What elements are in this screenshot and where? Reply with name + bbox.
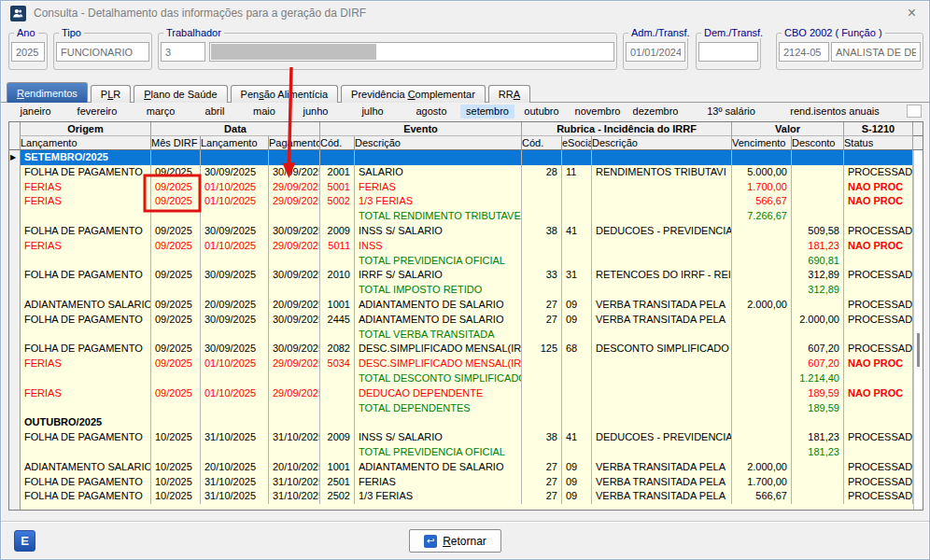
adm-transf-input[interactable] [626, 42, 685, 62]
grid-cell-evento_cod: 1001 [320, 460, 355, 475]
titlebar: Consulta - Detalhamento das informações … [1, 1, 929, 25]
grid-row[interactable]: TOTAL DEPENDENTES189,59 [21, 401, 913, 416]
month-tab-julho[interactable]: julho [343, 105, 402, 119]
grid-cell-desconto [792, 489, 844, 504]
grid-cell-empty [355, 150, 522, 165]
close-icon[interactable]: × [904, 6, 920, 21]
tab-rendimentos[interactable]: Rendimentos [7, 82, 88, 103]
grid-cell-vencimento [732, 239, 792, 254]
ano-group: Ano [8, 33, 48, 70]
grid-cell-empty [844, 415, 913, 430]
grid-cell-lancamento [201, 328, 269, 343]
cbo-desc-input[interactable] [831, 42, 921, 62]
grid-cell-evento_cod: 2010 [320, 268, 355, 283]
month-tab-abril[interactable]: abril [190, 105, 240, 119]
grid-row[interactable]: FOLHA DE PAGAMENTO10/202531/10/202531/10… [21, 475, 913, 490]
grid-cell-lancamento [201, 254, 269, 269]
grid-row[interactable]: FERIAS09/202501/10/202529/09/20255001FER… [21, 180, 913, 195]
month-tab-dezembro[interactable]: dezembro [627, 105, 684, 119]
grid-cell-desconto [792, 180, 844, 195]
grid-cell-mes_dirf [151, 445, 201, 460]
grid-cell-rubrica_cod [522, 239, 562, 254]
grid-cell-evento_cod: 5002 [320, 194, 355, 209]
grid-row[interactable]: ADIANTAMENTO SALARIO09/202520/09/202520/… [21, 298, 913, 313]
month-tab-mar-o[interactable]: março [132, 105, 190, 119]
grid-cell-esocial [562, 357, 592, 371]
grid-cell-status: PROCESSAD [844, 475, 913, 490]
month-tab-junho[interactable]: junho [289, 105, 343, 119]
dem-transf-group: Dem./Transf. [696, 33, 761, 70]
month-tab-13-sal-rio[interactable]: 13º salário [684, 105, 778, 119]
month-tab-setembro[interactable]: setembro [460, 105, 514, 119]
grid-cell-rubrica_desc [592, 283, 732, 298]
tipo-input[interactable] [56, 42, 149, 62]
grid-row[interactable]: FERIAS09/202501/10/202529/09/202550021/3… [21, 194, 913, 209]
vertical-scrollbar[interactable] [913, 150, 923, 510]
grid-row[interactable]: FOLHA DE PAGAMENTO10/202531/10/202531/10… [21, 489, 913, 504]
grid-cell-vencimento: 2.000,00 [732, 298, 792, 313]
grid-row[interactable]: FOLHA DE PAGAMENTO09/202530/09/202530/09… [21, 165, 913, 180]
grid-month-header-row[interactable]: SETEMBRO/2025 [21, 150, 913, 165]
trabalhador-code-input[interactable] [161, 42, 205, 62]
grid-month-header-row[interactable]: OUTUBRO/2025 [21, 415, 913, 430]
month-tab-novembro[interactable]: novembro [569, 105, 627, 119]
column-header-pagamento-3[interactable]: Pagamento [269, 136, 320, 150]
return-button[interactable]: ↩ Retornar [409, 529, 501, 553]
column-header-descri-o-8[interactable]: Descrição [592, 136, 732, 150]
month-tab-fevereiro[interactable]: fevereiro [63, 105, 132, 119]
grid-row[interactable]: TOTAL PREVIDENCIA OFICIAL690,81 [21, 254, 913, 269]
grid-row[interactable]: TOTAL RENDIMENTO TRIBUTAVEL7.266,67 [21, 209, 913, 224]
grid-cell-origem: ADIANTAMENTO SALARIO [21, 298, 151, 313]
grid-row[interactable]: FERIAS09/202501/10/202529/09/2025DEDUCAO… [21, 386, 913, 401]
month-tab-agosto[interactable]: agosto [402, 105, 460, 119]
grid-cell-rubrica_desc [592, 239, 732, 254]
return-button-label: Retornar [443, 535, 486, 548]
grid-row[interactable]: FOLHA DE PAGAMENTO09/202530/09/202530/09… [21, 313, 913, 328]
scrollbar-thumb[interactable] [917, 333, 920, 367]
ano-input[interactable] [11, 42, 45, 62]
grid-row[interactable]: FOLHA DE PAGAMENTO10/202531/10/202531/10… [21, 430, 913, 445]
column-header-desconto-10[interactable]: Desconto [792, 136, 844, 150]
grid-row[interactable]: FOLHA DE PAGAMENTO09/202530/09/202530/09… [21, 224, 913, 239]
grid-row[interactable]: FERIAS09/202501/10/202529/09/20255011INS… [21, 239, 913, 254]
column-header-lan-amento-2[interactable]: Lançamento [201, 136, 269, 150]
tab-previd-ncia-complementar[interactable]: Previdência Complementar [341, 85, 486, 103]
grid-row[interactable]: FOLHA DE PAGAMENTO09/202530/09/202530/09… [21, 268, 913, 283]
grid-row[interactable]: FOLHA DE PAGAMENTO09/202530/09/202530/09… [21, 342, 913, 357]
grid-cell-esocial [562, 401, 592, 416]
cbo-code-input[interactable] [779, 42, 829, 62]
grid-cell-evento_cod [320, 328, 355, 343]
return-icon: ↩ [424, 535, 437, 548]
column-header-c-d-4[interactable]: Cód. [320, 136, 355, 150]
column-header-c-d-6[interactable]: Cód. [522, 136, 562, 150]
tab-plano-de-sa-de[interactable]: Plano de Saúde [134, 85, 227, 103]
tab-pens-o-aliment-cia[interactable]: Pensão Alimentícia [231, 85, 339, 103]
month-tab-outubro[interactable]: outubro [514, 105, 569, 119]
column-header-descri-o-5[interactable]: Descrição [355, 136, 522, 150]
grid-cell-pagamento: 30/09/2025 [269, 224, 320, 239]
grid-cell-mes_dirf: 09/2025 [151, 194, 201, 209]
column-header-status-11[interactable]: Status [844, 136, 913, 150]
grid-cell-vencimento [732, 342, 792, 357]
column-header-esocial-7[interactable]: eSocial [562, 136, 592, 150]
tab-plr[interactable]: PLR [91, 85, 131, 103]
grid-row[interactable]: FERIAS09/202501/10/202529/09/20255034DES… [21, 357, 913, 371]
column-header-vencimento-9[interactable]: Vencimento [732, 136, 792, 150]
tab-rra[interactable]: RRA [488, 85, 530, 103]
month-tab-janeiro[interactable]: janeiro [8, 105, 63, 119]
column-header-m-s-dirf-1[interactable]: Mês DIRF [151, 136, 201, 150]
grid-row[interactable]: ADIANTAMENTO SALARIO10/202520/10/202520/… [21, 460, 913, 475]
grid-row[interactable]: TOTAL VERBA TRANSITADA [21, 328, 913, 343]
grid-row[interactable]: TOTAL IMPOSTO RETIDO312,89 [21, 283, 913, 298]
export-button[interactable]: E [14, 530, 35, 552]
grid-row[interactable]: TOTAL PREVIDENCIA OFICIAL181,23 [21, 445, 913, 460]
month-tab-rend-isentos-anuais[interactable]: rend.isentos anuais [778, 105, 892, 119]
grid-cell-empty [320, 415, 355, 430]
grid-cell-desconto: 189,59 [792, 386, 844, 401]
month-tab-maio[interactable]: maio [240, 105, 289, 119]
column-header-lan-amento-0[interactable]: Lançamento [21, 136, 151, 150]
grid-cell-rubrica_cod: 33 [522, 268, 562, 283]
dem-transf-input[interactable] [698, 42, 758, 62]
grid-cell-rubrica_desc: RETENCOES DO IRRF - REI [592, 268, 732, 283]
grid-row[interactable]: TOTAL DESCONTO SIMPLIFICADO1.214,40 [21, 371, 913, 386]
